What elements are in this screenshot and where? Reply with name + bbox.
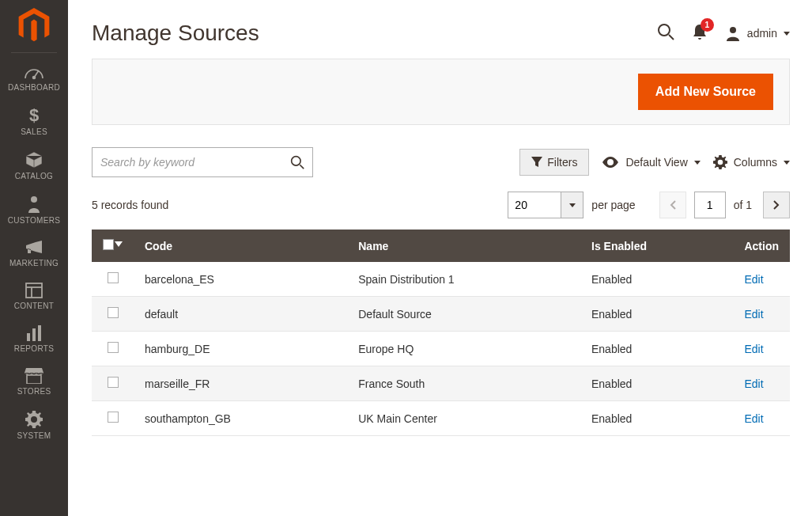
filter-row: Filters Default View Columns <box>92 147 790 177</box>
records-bar: 5 records found per page of 1 <box>92 192 790 218</box>
chevron-down-icon <box>694 161 701 165</box>
cell-code: marseille_FR <box>134 366 347 401</box>
column-header-enabled[interactable]: Is Enabled <box>580 230 733 262</box>
svg-rect-10 <box>27 375 41 384</box>
gauge-icon <box>24 64 44 80</box>
chevron-left-icon <box>670 200 676 210</box>
svg-text:$: $ <box>29 107 39 124</box>
page-size-dropdown[interactable] <box>561 192 584 218</box>
cell-name: Europe HQ <box>347 332 580 366</box>
svg-point-13 <box>730 27 736 33</box>
search-button[interactable] <box>657 23 674 44</box>
sidebar-item-marketing[interactable]: MARKETING <box>0 232 68 275</box>
prev-page-button[interactable] <box>659 192 686 218</box>
row-checkbox[interactable] <box>108 342 119 353</box>
edit-link[interactable]: Edit <box>744 378 763 390</box>
cell-code: barcelona_ES <box>134 262 347 297</box>
cube-icon <box>25 151 43 169</box>
sidebar-item-label: REPORTS <box>0 344 68 353</box>
user-menu[interactable]: admin <box>725 25 790 41</box>
row-checkbox[interactable] <box>108 412 119 423</box>
magento-logo-icon <box>18 8 50 44</box>
select-all-checkbox[interactable] <box>103 239 114 250</box>
page-size-input[interactable] <box>508 192 561 218</box>
search-input[interactable] <box>100 156 290 169</box>
cell-enabled: Enabled <box>580 332 733 366</box>
add-new-source-button[interactable]: Add New Source <box>638 74 773 110</box>
header-select-all[interactable] <box>92 230 134 262</box>
sidebar-item-content[interactable]: CONTENT <box>0 275 68 317</box>
sidebar-item-label: SALES <box>0 127 68 136</box>
chevron-down-icon <box>569 203 576 207</box>
main: Manage Sources 1 admin Add New Source <box>68 0 812 516</box>
svg-rect-4 <box>26 283 42 298</box>
records-count: 5 records found <box>92 199 508 211</box>
row-checkbox[interactable] <box>108 377 119 388</box>
page-of-label: of 1 <box>734 199 752 211</box>
columns-control[interactable]: Columns <box>713 155 790 169</box>
sidebar-item-reports[interactable]: REPORTS <box>0 317 68 360</box>
svg-point-1 <box>33 77 36 79</box>
sidebar-item-dashboard[interactable]: DASHBOARD <box>0 56 68 99</box>
sidebar-item-sales[interactable]: $ SALES <box>0 99 68 143</box>
chevron-down-icon[interactable] <box>115 241 123 248</box>
sidebar-item-customers[interactable]: CUSTOMERS <box>0 188 68 232</box>
row-checkbox[interactable] <box>108 307 119 318</box>
cell-code: southampton_GB <box>134 401 347 436</box>
sidebar-divider <box>11 52 57 53</box>
cell-enabled: Enabled <box>580 262 733 297</box>
topbar: Manage Sources 1 admin <box>92 21 790 46</box>
sidebar-item-label: STORES <box>0 387 68 396</box>
sidebar-item-stores[interactable]: STORES <box>0 360 68 403</box>
svg-point-11 <box>659 25 670 36</box>
row-checkbox[interactable] <box>108 272 119 283</box>
sidebar-item-label: SYSTEM <box>0 431 68 440</box>
column-header-name[interactable]: Name <box>347 230 580 262</box>
sidebar-item-label: DASHBOARD <box>0 83 68 92</box>
svg-point-3 <box>31 196 37 203</box>
cell-name: France South <box>347 366 580 401</box>
action-bar: Add New Source <box>92 59 790 125</box>
sidebar: DASHBOARD $ SALES CATALOG CUSTOMERS MARK… <box>0 0 68 516</box>
gear-icon <box>713 155 727 169</box>
sidebar-item-system[interactable]: SYSTEM <box>0 403 68 447</box>
cell-name: UK Main Center <box>347 401 580 436</box>
edit-link[interactable]: Edit <box>744 273 763 286</box>
per-page-label: per page <box>591 199 635 211</box>
search-icon[interactable] <box>290 155 304 169</box>
table-row: defaultDefault SourceEnabledEdit <box>92 297 790 332</box>
edit-link[interactable]: Edit <box>744 308 763 321</box>
sidebar-item-label: CATALOG <box>0 172 68 180</box>
funnel-icon <box>531 157 542 168</box>
svg-rect-7 <box>27 333 30 341</box>
default-view-control[interactable]: Default View <box>602 156 700 169</box>
user-avatar-icon <box>725 25 741 41</box>
sidebar-item-catalog[interactable]: CATALOG <box>0 143 68 188</box>
notification-badge: 1 <box>701 18 714 32</box>
storefront-icon <box>25 368 43 384</box>
next-page-button[interactable] <box>763 192 790 218</box>
filters-label: Filters <box>547 156 577 169</box>
chevron-down-icon <box>784 32 790 36</box>
chevron-down-icon <box>784 161 790 165</box>
column-header-code[interactable]: Code <box>134 230 347 262</box>
chevron-right-icon <box>773 200 780 210</box>
search-box <box>92 147 313 177</box>
column-header-action: Action <box>733 230 790 262</box>
page-title: Manage Sources <box>92 21 657 46</box>
page-number-input[interactable] <box>694 192 726 218</box>
columns-label: Columns <box>734 156 777 169</box>
eye-icon <box>602 157 619 168</box>
edit-link[interactable]: Edit <box>744 412 763 425</box>
svg-point-14 <box>292 157 300 165</box>
cell-enabled: Enabled <box>580 401 733 436</box>
cell-name: Spain Distribution 1 <box>347 262 580 297</box>
sidebar-item-label: MARKETING <box>0 259 68 267</box>
sidebar-item-label: CUSTOMERS <box>0 216 68 225</box>
edit-link[interactable]: Edit <box>744 343 763 355</box>
notifications-button[interactable]: 1 <box>692 23 708 44</box>
cell-enabled: Enabled <box>580 297 733 332</box>
sources-table: Code Name Is Enabled Action barcelona_ES… <box>92 230 790 436</box>
table-row: southampton_GBUK Main CenterEnabledEdit <box>92 401 790 436</box>
filters-button[interactable]: Filters <box>519 149 589 176</box>
